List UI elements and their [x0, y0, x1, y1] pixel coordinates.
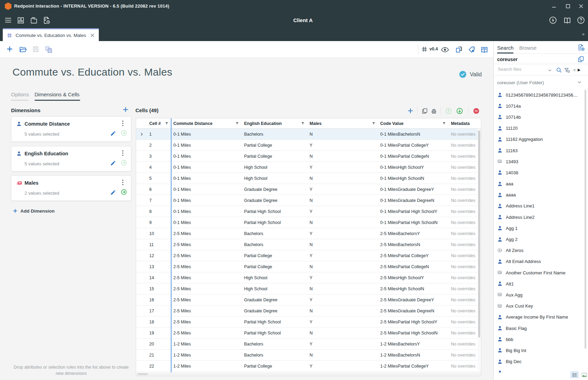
search-icon[interactable]: [556, 67, 562, 73]
filter-results-icon[interactable]: [564, 67, 570, 73]
table-row[interactable]: 201-2 MilesBachelorsY1-2 MilesBachelorsY…: [136, 339, 481, 350]
workspace-layout-icon[interactable]: [17, 16, 25, 25]
filter-icon[interactable]: [165, 121, 169, 125]
apply-dimension-arrow-icon[interactable]: [121, 159, 127, 166]
new-file-icon[interactable]: [578, 44, 585, 51]
collapse-folder-chevron-icon[interactable]: [577, 80, 582, 85]
column-header[interactable]: Code Value: [378, 121, 448, 126]
apply-dimension-arrow-icon[interactable]: [121, 189, 127, 195]
connection-status-icon[interactable]: [549, 16, 557, 25]
file-item[interactable]: 11162 Aggregation: [494, 134, 584, 145]
add-dimension-button[interactable]: Add Dimension: [12, 208, 55, 214]
table-row[interactable]: 60-1 MilesGraduate DegreeY0-1 MilesGradu…: [136, 184, 481, 195]
file-item[interactable]: bbb: [494, 334, 584, 345]
file-item[interactable]: 10714a: [494, 100, 584, 111]
row-expander[interactable]: [136, 132, 146, 136]
recent-documents-icon[interactable]: [42, 16, 51, 25]
file-item[interactable]: 13493: [494, 156, 584, 167]
edit-dimension-icon[interactable]: [110, 160, 116, 166]
apply-dimension-arrow-icon[interactable]: [121, 130, 127, 136]
table-row[interactable]: 162-5 MilesGraduate DegreeY2-5 MilesGrad…: [136, 294, 481, 305]
copy-document-icon[interactable]: [455, 46, 463, 53]
table-row[interactable]: 152-5 MilesHigh SchoolN2-5 MilesHigh Sch…: [136, 283, 481, 294]
sidebar-tab-browse[interactable]: Browse: [519, 45, 537, 51]
chevron-down-icon[interactable]: [548, 68, 552, 72]
table-vertical-scrollbar[interactable]: [478, 129, 481, 373]
more-options-kebab-icon[interactable]: [122, 120, 127, 127]
column-header[interactable]: Metadata: [448, 121, 481, 126]
file-item[interactable]: Aux Cust Key: [494, 301, 584, 312]
column-header[interactable]: Cell #: [146, 121, 171, 126]
table-row[interactable]: 221-2 MilesPartial CollegeY1-2 MilesPart…: [136, 361, 481, 372]
close-tab-icon[interactable]: [91, 33, 94, 37]
table-row[interactable]: 192-5 MilesPartial High SchoolN2-5 Miles…: [136, 328, 481, 339]
new-button[interactable]: [6, 45, 13, 53]
copy-cells-button[interactable]: [421, 108, 428, 114]
minimize-button[interactable]: [550, 2, 559, 10]
table-row[interactable]: 112-5 MilesBachelorsN2-5 MilesBachelorsN…: [136, 239, 481, 250]
more-options-kebab-icon[interactable]: [122, 150, 127, 157]
tab-options[interactable]: Options: [11, 91, 29, 97]
file-item[interactable]: aaa: [494, 178, 584, 189]
search-files-input[interactable]: [497, 66, 547, 72]
table-row[interactable]: 40-1 MilesHigh SchoolY0-1 MilesHigh Scho…: [136, 162, 481, 173]
table-row[interactable]: 20-1 MilesPartial CollegeY0-1 MilesParti…: [136, 140, 481, 151]
table-row[interactable]: 90-1 MilesPartial High SchoolN0-1 MilesP…: [136, 217, 481, 228]
table-row[interactable]: 122-5 MilesPartial CollegeY2-5 MilesPart…: [136, 250, 481, 261]
file-item[interactable]: Address Line2: [494, 212, 584, 223]
table-row[interactable]: 132-5 MilesPartial CollegeN2-5 MilesPart…: [136, 261, 481, 272]
maximize-button[interactable]: [563, 2, 572, 10]
filter-icon[interactable]: [301, 121, 305, 125]
open-folder-icon[interactable]: [30, 16, 38, 25]
file-item[interactable]: Big Big Int: [494, 345, 584, 356]
tag-icon[interactable]: [468, 46, 476, 53]
table-row[interactable]: 50-1 MilesHigh SchoolN0-1 MilesHigh Scho…: [136, 173, 481, 184]
table-horizontal-scrollbar[interactable]: [136, 372, 481, 376]
dimension-card[interactable]: English Education5 values selected: [11, 146, 131, 172]
file-item[interactable]: Agg 1: [494, 223, 584, 234]
table-row[interactable]: 102-5 MilesBachelorsY2-5 MilesBachelorsY…: [136, 228, 481, 239]
dimension-card[interactable]: Commute Distance5 values selected: [11, 116, 131, 142]
table-row[interactable]: 142-5 MilesHigh SchoolY2-5 MilesHigh Sch…: [136, 272, 481, 283]
table-row[interactable]: 10-1 MilesBachelorsN0-1 MilesBachelorsNN…: [136, 129, 481, 140]
tab-dimensions-cells[interactable]: Dimensions & Cells: [35, 91, 79, 97]
close-window-button[interactable]: [577, 2, 586, 10]
file-item[interactable]: Alt Email Address: [494, 256, 584, 267]
file-item[interactable]: 11120: [494, 123, 584, 134]
add-dimension-plus-button[interactable]: [122, 106, 129, 113]
table-row[interactable]: 172-5 MilesGraduate DegreeN2-5 MilesGrad…: [136, 305, 481, 316]
column-header[interactable]: Commute Distance: [171, 121, 241, 126]
table-row[interactable]: 30-1 MilesPartial CollegeN0-1 MilesParti…: [136, 151, 481, 162]
move-down-button[interactable]: [456, 107, 463, 115]
table-row[interactable]: 211-2 MilesBachelorsN1-2 MilesBachelorsN…: [136, 350, 481, 361]
file-item[interactable]: 11163: [494, 145, 584, 156]
add-cell-button[interactable]: [407, 107, 414, 114]
file-item[interactable]: Address Line1: [494, 201, 584, 212]
file-item[interactable]: Att1: [494, 278, 584, 289]
search-query-text[interactable]: coreuser: [497, 57, 518, 62]
open-button[interactable]: [19, 46, 27, 53]
file-item[interactable]: Average Income By First Name: [494, 312, 584, 323]
save-button[interactable]: [32, 46, 39, 53]
file-item[interactable]: Another Customer First Name: [494, 267, 584, 278]
file-item[interactable]: aaaa: [494, 189, 584, 201]
preview-eye-icon[interactable]: [441, 46, 449, 54]
next-page-icon[interactable]: ▶: [578, 68, 580, 72]
dimension-card[interactable]: Males2 values selected: [11, 175, 131, 201]
edit-dimension-icon[interactable]: [110, 189, 116, 195]
file-item[interactable]: Big Dec: [494, 356, 584, 367]
paste-copy-icon[interactable]: [577, 56, 585, 63]
table-row[interactable]: 70-1 MilesGraduate DegreeN0-1 MilesGradu…: [136, 195, 481, 206]
column-header[interactable]: English Education: [241, 121, 307, 126]
thumbnail-view-button[interactable]: [580, 371, 588, 378]
column-header[interactable]: Males: [307, 121, 378, 126]
dictionary-book-icon[interactable]: [480, 46, 489, 54]
more-options-kebab-icon[interactable]: [122, 179, 127, 186]
help-icon[interactable]: [577, 16, 585, 25]
file-item[interactable]: 10714b: [494, 111, 584, 123]
document-tab[interactable]: Commute vs. Education vs. Males: [3, 28, 99, 41]
file-item[interactable]: All Zeros: [494, 245, 584, 256]
file-item[interactable]: 14038: [494, 167, 584, 178]
table-row[interactable]: 182-5 MilesPartial High SchoolY2-5 Miles…: [136, 316, 481, 328]
file-item[interactable]: Agg 2: [494, 234, 584, 245]
